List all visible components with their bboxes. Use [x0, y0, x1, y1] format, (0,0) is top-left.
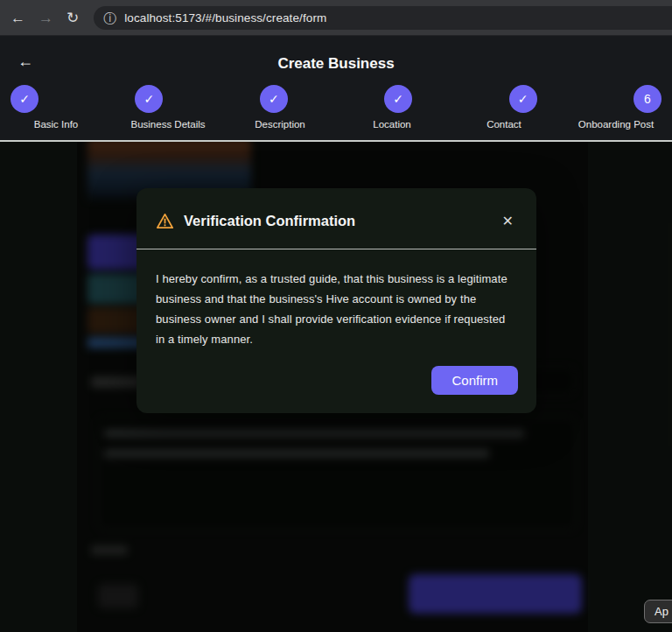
- step-circle-location[interactable]: ✓: [384, 85, 412, 113]
- step-circle-business-details[interactable]: ✓: [135, 85, 163, 113]
- verification-confirmation-dialog: Verification Confirmation ✕ I hereby con…: [136, 188, 536, 413]
- stepper-labels: Basic Info Business Details Description …: [0, 119, 672, 130]
- browser-back-icon[interactable]: ←: [10, 11, 25, 25]
- page-header: ← Create Business ✓ ✓ ✓ ✓ ✓ 6 Basic Info…: [0, 36, 672, 142]
- step-label-business-details: Business Details: [112, 119, 224, 130]
- step-label-description: Description: [224, 119, 336, 130]
- step-label-basic-info: Basic Info: [0, 119, 112, 130]
- confirm-button[interactable]: Confirm: [431, 366, 518, 395]
- close-icon[interactable]: ✕: [499, 211, 517, 231]
- stepper-circles: ✓ ✓ ✓ ✓ ✓ 6: [0, 85, 672, 113]
- main-content: Verification Confirmation ✕ I hereby con…: [0, 142, 672, 632]
- dialog-title: Verification Confirmation: [184, 213, 489, 229]
- browser-reload-icon[interactable]: ↻: [66, 11, 79, 25]
- step-label-location: Location: [336, 119, 448, 130]
- browser-toolbar: ← → ↻ ⓘ localhost:5173/#/business/create…: [0, 0, 672, 36]
- site-info-icon[interactable]: ⓘ: [103, 11, 116, 25]
- corner-app-chip[interactable]: Ap: [644, 600, 672, 623]
- dialog-body-text: I hereby confirm, as a trusted guide, th…: [136, 249, 536, 349]
- browser-forward-icon[interactable]: →: [38, 11, 53, 25]
- warning-triangle-icon: [156, 213, 174, 229]
- step-circle-description[interactable]: ✓: [260, 85, 288, 113]
- step-circle-basic-info[interactable]: ✓: [10, 85, 38, 113]
- address-bar[interactable]: ⓘ localhost:5173/#/business/create/form: [94, 6, 672, 30]
- step-circle-onboarding-post[interactable]: 6: [634, 85, 662, 113]
- page-title: Create Business: [0, 55, 672, 73]
- step-label-onboarding-post: Onboarding Post: [560, 119, 672, 130]
- step-circle-contact[interactable]: ✓: [509, 85, 537, 113]
- step-label-contact: Contact: [448, 119, 560, 130]
- url-text[interactable]: localhost:5173/#/business/create/form: [124, 11, 326, 25]
